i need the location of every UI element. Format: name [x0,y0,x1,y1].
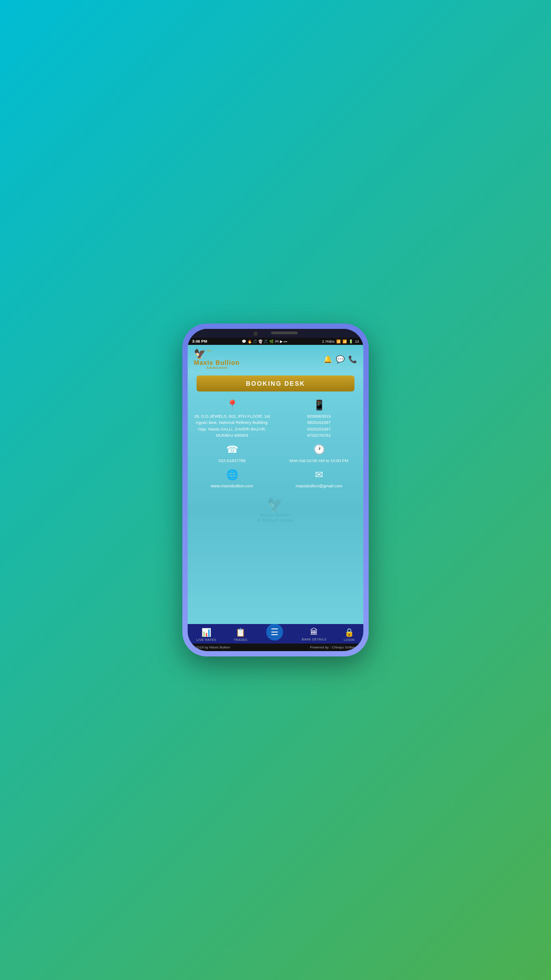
battery-indicator: 🔋 [349,340,353,344]
website-text[interactable]: www.maxisbullion.com [211,483,253,489]
app-header: 🦅 TM Maxis Bullion A Bullion World 🔔 💬 📞 [188,345,363,372]
watermark-name: Maxis Bullion [257,512,294,518]
whatsapp-icon[interactable]: 💬 [336,355,345,364]
speaker [271,332,298,334]
phone-frame: 3:46 PM 💬 🔥 🎵 👻 🎵 🌿 🎮 ▶ ••• 2.7KB/s 📶 📶 … [182,324,369,656]
watermark-subtitle: A Bullion World [257,518,294,523]
camera [253,332,258,336]
phone-screen: 3:46 PM 💬 🔥 🎵 👻 🎵 🌿 🎮 ▶ ••• 2.7KB/s 📶 📶 … [188,329,363,651]
hours-block: 🕐 Mon-Sat:10:00 AM to 10:00 PM [278,444,360,464]
nav-trades[interactable]: 📋 TRADES [234,628,248,641]
phone-icon[interactable]: 📞 [348,355,357,364]
content-area: 🦅 Maxis Bullion A Bullion World 📍 28, D.… [188,395,363,624]
lock-icon: 🔒 [344,628,354,637]
phone-top-bar [188,329,363,338]
status-right: 2.7KB/s 📶 📶 🔋 13 [322,340,359,344]
nav-live-rates[interactable]: 📊 LIVE RATES [197,628,216,641]
logo-tm: TM [207,349,211,352]
wifi-icon: 📶 [342,340,347,344]
status-bar: 3:46 PM 💬 🔥 🎵 👻 🎵 🌿 🎮 ▶ ••• 2.7KB/s 📶 📶 … [188,338,363,345]
clock-icon: 🕐 [313,444,325,455]
bottom-nav: 📊 LIVE RATES 📋 TRADES ☰ 🏛 BANK DETAILS 🔒 [188,624,363,644]
battery-percent: 13 [355,340,359,344]
address-block: 📍 28, D.D.JEWELS, 801, 8TH FLOOR, 1st Ag… [191,399,273,439]
watermark-logo: 🦅 [257,497,294,512]
speed-indicator: 2.7KB/s [322,340,335,344]
contact-grid: 📍 28, D.D.JEWELS, 801, 8TH FLOOR, 1st Ag… [191,399,360,490]
live-rates-icon: 📊 [201,628,211,637]
nav-bank-details[interactable]: 🏛 BANK DETAILS [302,628,327,641]
mobile-block: 📱 82099630199820161097932016109797022767… [278,399,360,439]
bank-details-label: BANK DETAILS [302,638,327,641]
status-icons: 💬 🔥 🎵 👻 🎵 🌿 🎮 ▶ ••• [242,340,287,344]
mobile-numbers: 8209963019982016109793201610979702276762 [307,413,331,439]
login-label: LOGIN [344,638,354,641]
app-name: Maxis Bullion [194,359,240,366]
footer-powered: Powered by : Chirayu Software [310,645,359,649]
app-screen: 🦅 TM Maxis Bullion A Bullion World 🔔 💬 📞… [188,345,363,651]
app-tagline: A Bullion World [194,366,240,369]
hours-text: Mon-Sat:10:00 AM to 10:00 PM [290,458,349,464]
header-icons: 🔔 💬 📞 [323,355,357,364]
website-block[interactable]: 🌐 www.maxisbullion.com [191,469,273,489]
trades-label: TRADES [234,638,248,641]
logo-section: 🦅 TM Maxis Bullion A Bullion World [194,349,240,369]
location-icon: 📍 [226,399,238,411]
nav-login[interactable]: 🔒 LOGIN [344,628,354,641]
app-footer: © 2019 by Maxis Bullion Powered by : Chi… [188,644,363,651]
email-block[interactable]: ✉ maxisbullion@gmail.com [278,469,360,489]
globe-icon: 🌐 [226,469,238,481]
trades-icon: 📋 [236,628,245,637]
mobile-icon: 📱 [313,399,325,411]
status-time: 3:46 PM [192,339,207,344]
watermark: 🦅 Maxis Bullion A Bullion World [257,497,294,523]
menu-icon: ☰ [271,627,279,637]
booking-btn-container: BOOKING DESK [188,372,363,395]
bell-icon[interactable]: 🔔 [323,355,332,364]
signal-icon: 📶 [336,340,341,344]
landline-icon: ☎ [226,444,238,455]
notification-icons: 💬 🔥 🎵 👻 🎵 🌿 🎮 ▶ ••• [242,340,287,344]
email-icon: ✉ [315,469,323,481]
landline-text: 022 61837788 [219,458,246,464]
address-text: 28, D.D.JEWELS, 801, 8TH FLOOR, 1st Agya… [191,413,273,439]
logo-icon: 🦅 [194,349,206,359]
footer-copyright: © 2019 by Maxis Bullion [192,645,230,649]
live-rates-label: LIVE RATES [197,638,216,641]
booking-desk-button[interactable]: BOOKING DESK [197,375,354,391]
email-text[interactable]: maxisbullion@gmail.com [295,483,342,489]
nav-menu-center[interactable]: ☰ [265,622,284,642]
bank-icon: 🏛 [310,628,318,637]
landline-block: ☎ 022 61837788 [191,444,273,464]
